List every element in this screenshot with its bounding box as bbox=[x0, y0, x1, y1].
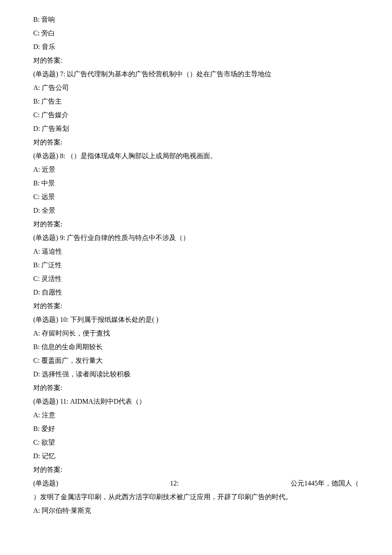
q9-option-b: B: 广泛性 bbox=[33, 258, 359, 272]
q12-stem-part-c: 公元1445年，德国人（ bbox=[291, 477, 359, 490]
q8-option-d: D: 全景 bbox=[33, 204, 359, 217]
q8-stem: (单选题) 8: （）是指体现成年人胸部以上或局部的电视画面。 bbox=[33, 149, 359, 163]
q7-option-c: C: 广告媒介 bbox=[33, 108, 359, 122]
q10-answer-label: 对的答案: bbox=[33, 381, 359, 395]
q8-option-b: B: 中景 bbox=[33, 176, 359, 190]
q6-option-b: B: 音响 bbox=[33, 13, 359, 26]
q9-option-c: C: 灵活性 bbox=[33, 272, 359, 286]
q6-option-d: D: 音乐 bbox=[33, 40, 359, 54]
q12-stem-part-b: 12: bbox=[170, 477, 179, 490]
q11-answer-label: 对的答案: bbox=[33, 463, 359, 477]
q11-option-a: A: 注意 bbox=[33, 408, 359, 422]
q11-stem: (单选题) 11: AIDMA法则中D代表（） bbox=[33, 395, 359, 408]
q9-answer-label: 对的答案: bbox=[33, 299, 359, 313]
q10-stem: (单选题) 10: 下列属于报纸媒体长处的是( ) bbox=[33, 313, 359, 327]
q6-option-c: C: 旁白 bbox=[33, 26, 359, 40]
q12-stem-part-a: (单选题) bbox=[33, 477, 58, 490]
q10-option-c: C: 覆盖面广，发行量大 bbox=[33, 354, 359, 367]
q10-option-a: A: 存留时间长，便于查找 bbox=[33, 327, 359, 340]
q9-stem: (单选题) 9: 广告行业自律的性质与特点中不涉及（） bbox=[33, 231, 359, 245]
q6-answer-label: 对的答案: bbox=[33, 54, 359, 67]
document-page: B: 音响 C: 旁白 D: 音乐 对的答案: (单选题) 7: 以广告代理制为… bbox=[0, 0, 392, 535]
q11-option-c: C: 欲望 bbox=[33, 436, 359, 449]
q8-option-c: C: 远景 bbox=[33, 190, 359, 204]
q7-answer-label: 对的答案: bbox=[33, 136, 359, 149]
q7-option-a: A: 广告公司 bbox=[33, 81, 359, 95]
q10-option-d: D: 选择性强，读者阅读比较积极 bbox=[33, 367, 359, 381]
q8-option-a: A: 近景 bbox=[33, 163, 359, 176]
q12-stem-line2: ）发明了金属活字印刷，从此西方活字印刷技术被广泛应用，开辟了印刷广告的时代。 bbox=[33, 490, 359, 504]
q9-option-d: D: 自愿性 bbox=[33, 286, 359, 299]
q7-option-b: B: 广告主 bbox=[33, 95, 359, 108]
q7-stem: (单选题) 7: 以广告代理制为基本的广告经营机制中（）处在广告市场的主导地位 bbox=[33, 67, 359, 81]
q11-option-d: D: 记忆 bbox=[33, 449, 359, 463]
q8-answer-label: 对的答案: bbox=[33, 217, 359, 231]
q9-option-a: A: 逼迫性 bbox=[33, 245, 359, 258]
q12-stem-line1: (单选题) 12: 公元1445年，德国人（ bbox=[33, 477, 359, 490]
q11-option-b: B: 爱好 bbox=[33, 422, 359, 436]
q7-option-d: D: 广告筹划 bbox=[33, 122, 359, 136]
q12-option-a: A: 阿尔伯特·莱斯克 bbox=[33, 504, 359, 517]
q10-option-b: B: 信息的生命周期较长 bbox=[33, 340, 359, 354]
